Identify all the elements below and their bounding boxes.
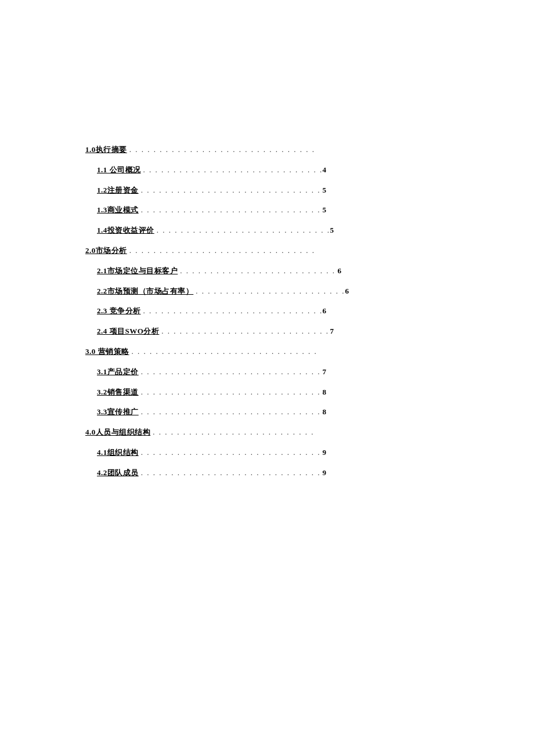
toc-leader-dots: . . . . . . . . . . . . . . . . . . . . … xyxy=(139,366,323,378)
toc-leader-dots: . . . . . . . . . . . . . . . . . . . . … xyxy=(127,144,317,156)
toc-page-number: 4 xyxy=(323,164,327,176)
toc-label: 3.0 营销策略 xyxy=(85,346,129,358)
toc-entry[interactable]: 3.0 营销策略. . . . . . . . . . . . . . . . … xyxy=(85,346,317,358)
toc-label: 3.1产品定价 xyxy=(97,366,139,378)
toc-page-number: 8 xyxy=(323,386,327,399)
toc-leader-dots: . . . . . . . . . . . . . . . . . . . . … xyxy=(159,325,330,338)
toc-label: 2.2市场预测（市场占有率） xyxy=(97,285,193,298)
toc-label: 2.3 竞争分析 xyxy=(97,305,141,317)
toc-leader-dots: . . . . . . . . . . . . . . . . . . . . … xyxy=(178,265,337,277)
toc-label: 3.2销售渠道 xyxy=(97,386,139,399)
toc-page-number: 7 xyxy=(330,325,334,338)
toc-entry[interactable]: 4.0人员与组织结构. . . . . . . . . . . . . . . … xyxy=(85,426,317,439)
toc-leader-dots: . . . . . . . . . . . . . . . . . . . . … xyxy=(150,426,317,439)
toc-label: 2.1市场定位与目标客户 xyxy=(97,265,178,277)
toc-entry[interactable]: 3.1产品定价. . . . . . . . . . . . . . . . .… xyxy=(97,366,326,378)
toc-leader-dots: . . . . . . . . . . . . . . . . . . . . … xyxy=(139,447,323,459)
toc-label: 1.4投资收益评价 xyxy=(97,225,154,237)
toc-page-number: 5 xyxy=(323,204,327,216)
toc-page-number: 5 xyxy=(330,225,334,237)
toc-label: 2.4 项目SWO分析 xyxy=(97,325,159,338)
toc-leader-dots: . . . . . . . . . . . . . . . . . . . . … xyxy=(139,406,323,418)
toc-label: 4.2团队成员 xyxy=(97,467,139,479)
toc-entry[interactable]: 4.2团队成员. . . . . . . . . . . . . . . . .… xyxy=(97,467,326,479)
toc-label: 1.0执行摘要 xyxy=(85,144,127,156)
toc-entry[interactable]: 2.4 项目SWO分析. . . . . . . . . . . . . . .… xyxy=(97,325,334,338)
toc-leader-dots: . . . . . . . . . . . . . . . . . . . . … xyxy=(139,386,323,399)
toc-entry[interactable]: 1.3商业模式. . . . . . . . . . . . . . . . .… xyxy=(97,204,326,216)
toc-page-number: 8 xyxy=(323,406,327,418)
toc-page-number: 6 xyxy=(345,285,349,298)
toc-leader-dots: . . . . . . . . . . . . . . . . . . . . … xyxy=(129,346,318,358)
toc-label: 2.0市场分析 xyxy=(85,245,127,257)
toc-leader-dots: . . . . . . . . . . . . . . . . . . . . … xyxy=(141,164,323,176)
toc-entry[interactable]: 1.1 公司概况. . . . . . . . . . . . . . . . … xyxy=(97,164,326,176)
toc-label: 1.2注册资金 xyxy=(97,185,139,197)
toc-leader-dots: . . . . . . . . . . . . . . . . . . . . … xyxy=(193,285,345,298)
toc-label: 4.1组织结构 xyxy=(97,447,139,459)
toc-label: 1.3商业模式 xyxy=(97,204,139,216)
toc-leader-dots: . . . . . . . . . . . . . . . . . . . . … xyxy=(127,245,317,257)
table-of-contents: 1.0执行摘要. . . . . . . . . . . . . . . . .… xyxy=(85,144,410,487)
toc-page-number: 9 xyxy=(323,467,327,479)
toc-entry[interactable]: 4.1组织结构. . . . . . . . . . . . . . . . .… xyxy=(97,447,326,459)
toc-page-number: 9 xyxy=(323,447,327,459)
toc-entry[interactable]: 3.3宣传推广. . . . . . . . . . . . . . . . .… xyxy=(97,406,326,418)
toc-leader-dots: . . . . . . . . . . . . . . . . . . . . … xyxy=(139,185,323,197)
toc-leader-dots: . . . . . . . . . . . . . . . . . . . . … xyxy=(139,467,323,479)
toc-leader-dots: . . . . . . . . . . . . . . . . . . . . … xyxy=(154,225,330,237)
toc-entry[interactable]: 2.0市场分析. . . . . . . . . . . . . . . . .… xyxy=(85,245,317,257)
toc-leader-dots: . . . . . . . . . . . . . . . . . . . . … xyxy=(141,305,323,317)
toc-entry[interactable]: 2.3 竞争分析. . . . . . . . . . . . . . . . … xyxy=(97,305,326,317)
toc-label: 3.3宣传推广 xyxy=(97,406,139,418)
toc-entry[interactable]: 1.4投资收益评价. . . . . . . . . . . . . . . .… xyxy=(97,225,334,237)
toc-leader-dots: . . . . . . . . . . . . . . . . . . . . … xyxy=(139,204,323,216)
toc-page-number: 7 xyxy=(323,366,327,378)
toc-entry[interactable]: 2.1市场定位与目标客户. . . . . . . . . . . . . . … xyxy=(97,265,341,277)
toc-label: 1.1 公司概况 xyxy=(97,164,141,176)
toc-entry[interactable]: 1.0执行摘要. . . . . . . . . . . . . . . . .… xyxy=(85,144,317,156)
toc-page-number: 6 xyxy=(323,305,327,317)
toc-entry[interactable]: 2.2市场预测（市场占有率）. . . . . . . . . . . . . … xyxy=(97,285,349,298)
toc-entry[interactable]: 1.2注册资金. . . . . . . . . . . . . . . . .… xyxy=(97,185,326,197)
toc-page-number: 6 xyxy=(338,265,342,277)
toc-entry[interactable]: 3.2销售渠道. . . . . . . . . . . . . . . . .… xyxy=(97,386,326,399)
toc-page-number: 5 xyxy=(323,185,327,197)
toc-label: 4.0人员与组织结构 xyxy=(85,426,150,439)
